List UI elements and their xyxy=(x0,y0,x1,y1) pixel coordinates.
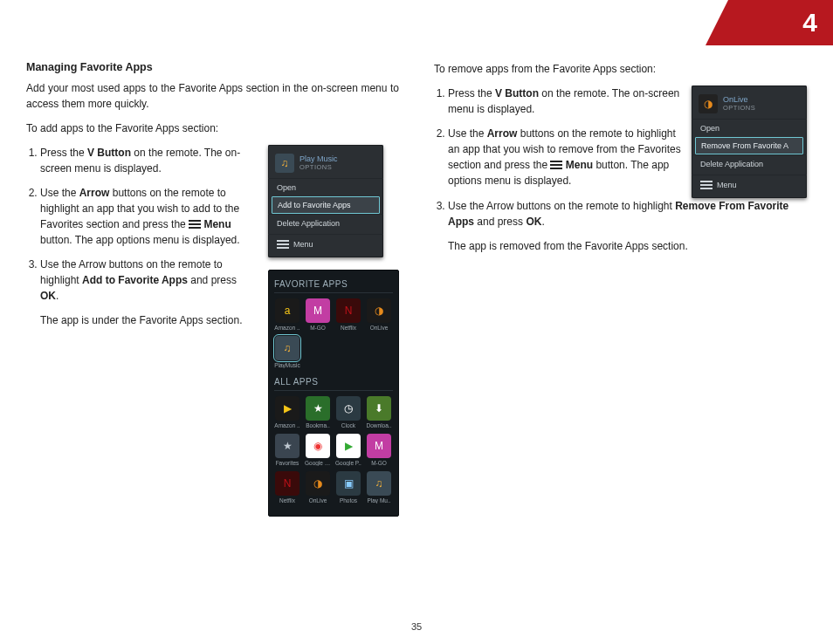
app-label: OnLive xyxy=(366,325,392,331)
app-tile[interactable]: NNetflix xyxy=(335,298,361,331)
app-tile[interactable]: ◷Clock xyxy=(335,396,361,428)
app-label: Play Mu.. xyxy=(366,497,392,504)
favorites-icon: ★ xyxy=(275,434,299,458)
app-label: M-GO xyxy=(305,325,331,331)
options-menu-add: ♫ Play Music OPTIONS Open Add to Favorit… xyxy=(268,145,383,257)
managing-favorite-apps-heading: Managing Favorite Apps xyxy=(26,61,399,73)
app-label: Amazon .. xyxy=(274,325,300,331)
all-apps-row-2: ★Favorites◉Google C..▶Google P..MM-GO xyxy=(274,434,393,466)
options-menu-remove-title: OnLive OPTIONS xyxy=(723,96,755,112)
add-result: The app is under the Favorite Apps secti… xyxy=(40,312,258,328)
remove-step-1: Press the V Button on the remote. The on… xyxy=(448,86,681,117)
all-apps-label: ALL APPS xyxy=(274,373,393,391)
app-tile[interactable]: MM-GO xyxy=(305,298,331,331)
remove-steps-list-cont: Use the Arrow buttons on the remote to h… xyxy=(448,198,807,254)
app-tile[interactable]: NNetflix xyxy=(274,471,300,504)
mgo-icon: M xyxy=(306,298,330,323)
app-label: Amazon .. xyxy=(274,422,300,428)
app-label: Favorites xyxy=(274,460,300,466)
favorite-apps-row-2: ♫PlayMusic xyxy=(274,336,393,368)
netflix-icon: N xyxy=(275,471,299,496)
options-menu-delete[interactable]: Delete Application xyxy=(692,154,807,173)
app-label: OnLive xyxy=(305,497,331,504)
download-icon: ⬇ xyxy=(367,396,391,421)
app-tile[interactable]: aAmazon .. xyxy=(274,298,300,331)
add-step-2: Use the Arrow buttons on the remote to h… xyxy=(40,185,258,248)
options-menu-remove-from-favorites[interactable]: Remove From Favorite A xyxy=(695,137,803,154)
app-tile[interactable]: ▶Google P.. xyxy=(335,434,361,466)
favorite-apps-row-1: aAmazon ..MM-GONNetflix◑OnLive xyxy=(274,298,393,331)
app-label: Bookma.. xyxy=(305,422,331,428)
add-lead-in: To add apps to the Favorite Apps section… xyxy=(26,120,399,136)
bookmark-icon: ★ xyxy=(306,396,330,421)
amazon-icon: ▶ xyxy=(275,396,299,421)
menu-icon xyxy=(277,240,289,249)
onlive-icon: ◑ xyxy=(306,471,330,496)
playmusic-icon: ♫ xyxy=(275,336,299,360)
app-tile[interactable]: ⬇Downloa.. xyxy=(366,396,392,428)
page-content: Managing Favorite Apps Add your most use… xyxy=(26,61,807,517)
app-label: Google P.. xyxy=(335,460,361,466)
app-tile[interactable]: ♫PlayMusic xyxy=(274,336,300,368)
remove-lead-in: To remove apps from the Favorite Apps se… xyxy=(434,61,807,77)
options-menu-add-to-favorites[interactable]: Add to Favorite Apps xyxy=(272,196,380,214)
app-tile[interactable]: ★Bookma.. xyxy=(305,396,331,428)
app-label: PlayMusic xyxy=(274,362,300,368)
add-step-3: Use the Arrow buttons on the remote to h… xyxy=(40,257,258,328)
chapter-number: 4 xyxy=(802,8,817,38)
add-steps-list: Press the V Button on the remote. The on… xyxy=(40,145,258,328)
app-tile[interactable]: ◉Google C.. xyxy=(305,434,331,466)
page-number: 35 xyxy=(0,621,833,632)
app-label: Photos xyxy=(335,497,361,504)
app-label: Google C.. xyxy=(305,460,331,466)
intro-text: Add your most used apps to the Favorite … xyxy=(26,80,399,112)
mgo-icon: M xyxy=(367,434,391,458)
app-label: M-GO xyxy=(366,460,392,466)
right-column: To remove apps from the Favorite Apps se… xyxy=(434,61,807,517)
options-menu-open[interactable]: Open xyxy=(268,178,383,196)
options-menu-footer[interactable]: Menu xyxy=(692,175,807,191)
photos-icon: ▣ xyxy=(336,471,361,496)
menu-icon xyxy=(700,181,713,189)
app-tile[interactable]: ★Favorites xyxy=(274,434,300,466)
netflix-icon: N xyxy=(336,298,361,323)
app-tile[interactable]: ♫Play Mu.. xyxy=(366,471,392,504)
menu-icon xyxy=(189,220,201,229)
app-tile[interactable]: ▣Photos xyxy=(335,471,361,504)
app-tile[interactable]: ▶Amazon .. xyxy=(274,396,300,428)
app-tile[interactable]: MM-GO xyxy=(366,434,392,466)
remove-result: The app is removed from the Favorite App… xyxy=(448,238,807,254)
options-menu-open[interactable]: Open xyxy=(692,119,807,137)
playmusic-icon: ♫ xyxy=(275,154,294,173)
favorite-apps-label: FAVORITE APPS xyxy=(274,276,393,293)
chrome-icon: ◉ xyxy=(306,434,330,458)
chapter-tab: 4 xyxy=(728,0,833,45)
app-label: Netflix xyxy=(274,497,300,504)
all-apps-row-3: NNetflix◑OnLive▣Photos♫Play Mu.. xyxy=(274,471,393,504)
favorite-apps-screen: FAVORITE APPS aAmazon ..MM-GONNetflix◑On… xyxy=(268,270,399,517)
options-menu-remove: ◑ OnLive OPTIONS Open Remove From Favori… xyxy=(692,86,807,198)
options-menu-footer[interactable]: Menu xyxy=(268,234,383,250)
onlive-icon: ◑ xyxy=(699,94,718,113)
playmusic-icon: ♫ xyxy=(367,471,391,496)
all-apps-row-1: ▶Amazon ..★Bookma..◷Clock⬇Downloa.. xyxy=(274,396,393,428)
play-icon: ▶ xyxy=(336,434,361,458)
clock-icon: ◷ xyxy=(336,396,361,421)
app-label: Netflix xyxy=(335,325,361,331)
add-step-1: Press the V Button on the remote. The on… xyxy=(40,145,258,176)
app-label: Clock xyxy=(335,422,361,428)
amazon-icon: a xyxy=(275,298,299,323)
options-menu-add-title: Play Music OPTIONS xyxy=(299,155,338,171)
app-tile[interactable]: ◑OnLive xyxy=(366,298,392,331)
remove-step-3: Use the Arrow buttons on the remote to h… xyxy=(448,198,807,254)
app-label: Downloa.. xyxy=(366,422,392,428)
remove-steps-list: Press the V Button on the remote. The on… xyxy=(448,86,681,188)
app-tile[interactable]: ◑OnLive xyxy=(305,471,331,504)
options-menu-delete[interactable]: Delete Application xyxy=(268,214,383,232)
left-column: Managing Favorite Apps Add your most use… xyxy=(26,61,399,517)
remove-step-2: Use the Arrow buttons on the remote to h… xyxy=(448,126,681,188)
menu-icon xyxy=(550,161,562,169)
onlive-icon: ◑ xyxy=(367,298,391,323)
